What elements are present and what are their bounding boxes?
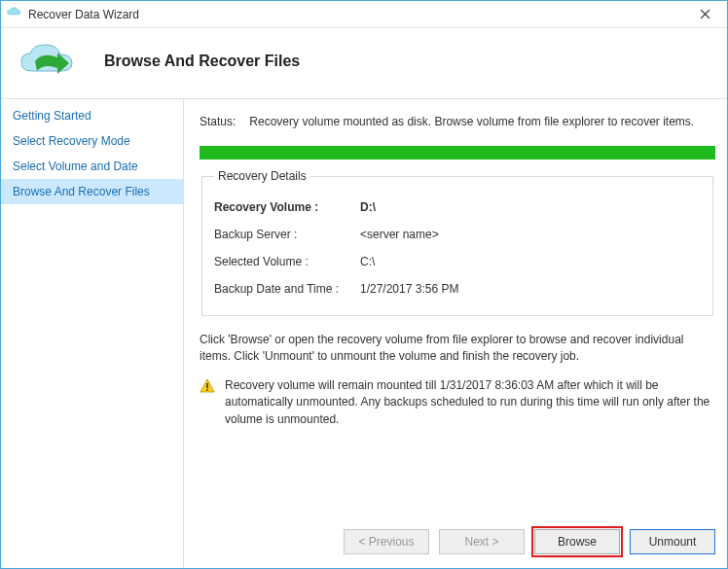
page-title: Browse And Recover Files [104, 53, 300, 70]
backup-server-value: <server name> [360, 228, 439, 241]
progress-bar [200, 146, 715, 160]
svg-rect-0 [206, 383, 208, 388]
recovery-details-group: Recovery Details Recovery Volume : D:\ B… [201, 169, 713, 316]
backup-datetime-label: Backup Date and Time : [214, 282, 360, 296]
sidebar-item-getting-started[interactable]: Getting Started [1, 103, 183, 128]
previous-button: < Previous [344, 529, 429, 554]
next-button: Next > [439, 529, 525, 554]
status-label: Status: [200, 115, 236, 128]
status-row: Status: Recovery volume mounted as disk.… [200, 115, 715, 128]
recovery-volume-label: Recovery Volume : [214, 200, 360, 214]
backup-datetime-value: 1/27/2017 3:56 PM [360, 282, 458, 296]
svg-rect-1 [206, 389, 208, 391]
button-row: < Previous Next > Browse Unmount [200, 517, 715, 568]
backup-server-label: Backup Server : [214, 228, 360, 241]
close-button[interactable] [688, 4, 721, 25]
titlebar: Recover Data Wizard [1, 1, 727, 28]
backup-datetime-row: Backup Date and Time : 1/27/2017 3:56 PM [214, 282, 701, 296]
backup-server-row: Backup Server : <server name> [214, 228, 701, 241]
warning-icon [200, 378, 215, 394]
selected-volume-row: Selected Volume : C:\ [214, 255, 701, 268]
header: Browse And Recover Files [1, 28, 727, 98]
status-text: Recovery volume mounted as disk. Browse … [249, 115, 694, 128]
browse-button[interactable]: Browse [534, 529, 620, 554]
content: Status: Recovery volume mounted as disk.… [184, 99, 727, 568]
instruction-text: Click 'Browse' or open the recovery volu… [200, 332, 715, 366]
selected-volume-label: Selected Volume : [214, 255, 360, 268]
selected-volume-value: C:\ [360, 255, 375, 268]
sidebar: Getting Started Select Recovery Mode Sel… [1, 99, 184, 568]
sidebar-item-browse-and-recover-files[interactable]: Browse And Recover Files [1, 179, 183, 204]
recovery-details-legend: Recovery Details [214, 169, 310, 183]
cloud-logo-icon [18, 42, 81, 81]
warning-row: Recovery volume will remain mounted till… [200, 377, 715, 428]
recovery-volume-value: D:\ [360, 200, 376, 214]
wizard-window: Recover Data Wizard Browse And Recover F… [0, 0, 728, 569]
unmount-button[interactable]: Unmount [630, 529, 715, 554]
sidebar-item-select-volume-and-date[interactable]: Select Volume and Date [1, 154, 183, 179]
sidebar-item-select-recovery-mode[interactable]: Select Recovery Mode [1, 128, 183, 154]
window-title: Recover Data Wizard [28, 8, 688, 21]
recovery-volume-row: Recovery Volume : D:\ [214, 200, 701, 214]
app-cloud-icon [7, 7, 22, 22]
warning-text: Recovery volume will remain mounted till… [225, 377, 715, 428]
body: Getting Started Select Recovery Mode Sel… [1, 98, 727, 568]
